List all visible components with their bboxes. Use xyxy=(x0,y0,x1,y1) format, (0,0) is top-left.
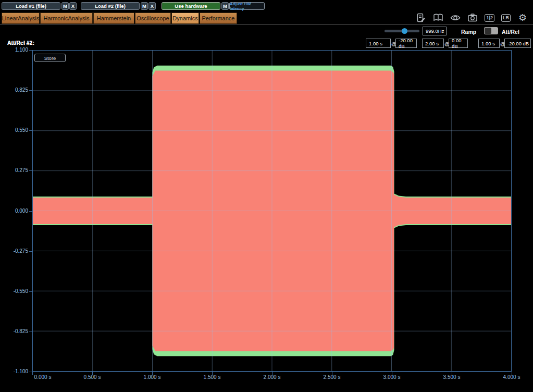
x-tick-mark xyxy=(92,372,93,375)
y-tick-label: 0.000 xyxy=(3,208,28,214)
y-tick-label: 0.825 xyxy=(3,87,28,93)
y-tick-label: 0.275 xyxy=(3,167,28,173)
x-tick-mark xyxy=(32,372,33,375)
hold-time-field[interactable]: 2.00 s xyxy=(422,39,444,48)
tab-performance[interactable]: Performance xyxy=(200,13,237,24)
release-time-field[interactable]: 1.00 s xyxy=(478,39,500,48)
x-tick-mark xyxy=(332,372,332,375)
waveform-plot xyxy=(32,50,512,372)
tab-bar: LinearAnalysis HarmonicAnalysis Hammerst… xyxy=(2,13,238,24)
x-tick-label: 0.500 s xyxy=(77,374,108,380)
ramp-label: Ramp xyxy=(461,29,476,35)
frequency-field[interactable]: 999.0Hz xyxy=(423,27,447,35)
tab-hammerstein[interactable]: Hammerstein xyxy=(93,13,134,24)
release-level-field[interactable]: -20.00 dB xyxy=(504,39,531,48)
store-button[interactable]: Store xyxy=(34,54,66,62)
x-tick-mark xyxy=(392,372,392,375)
x-tick-label: 2.000 s xyxy=(256,374,288,380)
waveform-svg xyxy=(33,51,511,371)
x-tick-mark xyxy=(272,372,272,375)
attrel-mode-label: Att/Rel xyxy=(502,29,519,35)
attrel-number-label-2: Att/Rel #2: xyxy=(7,40,34,46)
tab-harmonic-analysis[interactable]: HarmonicAnalysis xyxy=(40,13,93,24)
camera-icon[interactable] xyxy=(467,13,478,23)
y-tick-label: -0.550 xyxy=(3,288,28,294)
tab-divider xyxy=(0,24,533,24)
use-hardware-button[interactable]: Use hardware xyxy=(162,2,220,10)
x-tick-mark xyxy=(452,372,452,375)
eye-icon[interactable] xyxy=(450,13,461,23)
settings-gear-icon[interactable]: ⚙ xyxy=(517,13,528,23)
x-tick-mark xyxy=(152,372,153,375)
x-tick-label: 2.500 s xyxy=(316,374,348,380)
y-tick-label: 0.550 xyxy=(3,127,28,133)
toggle-knob xyxy=(485,28,491,34)
x-tick-label: 4.000 s xyxy=(496,374,527,380)
tab-oscilloscope[interactable]: Oscilloscope xyxy=(135,13,171,24)
clear-1-button[interactable]: X xyxy=(69,2,77,10)
mute-2-button[interactable]: M xyxy=(141,2,148,10)
x-tick-label: 1.500 s xyxy=(196,374,228,380)
channel-lr-icon[interactable]: LR xyxy=(501,14,511,22)
frequency-slider-thumb[interactable] xyxy=(402,28,407,34)
y-tick-label: 1.100 xyxy=(3,47,28,53)
y-tick-label: -0.275 xyxy=(3,248,28,254)
load-file-1-button[interactable]: Load #1 (file) xyxy=(2,2,60,10)
x-tick-label: 1.000 s xyxy=(137,374,168,380)
notes-edit-icon[interactable] xyxy=(416,13,426,23)
manual-book-icon[interactable] xyxy=(433,13,443,23)
y-tick-mark xyxy=(29,372,32,372)
tab-dynamics[interactable]: Dynamics xyxy=(171,13,199,24)
hold-level-field[interactable]: 0.00 dB xyxy=(449,39,468,48)
x-tick-mark xyxy=(212,372,213,375)
x-tick-label: 3.500 s xyxy=(436,374,467,380)
attack-level-field[interactable]: -20.00 dB xyxy=(395,39,417,48)
mute-1-button[interactable]: M xyxy=(61,2,69,10)
channel-12-icon[interactable]: 1|2 xyxy=(485,14,494,22)
ramp-attrel-toggle[interactable] xyxy=(484,27,498,34)
clear-2-button[interactable]: X xyxy=(148,2,156,10)
attack-time-field[interactable]: 1.00 s xyxy=(366,39,391,48)
y-tick-label: -1.100 xyxy=(3,369,28,374)
mute-hardware-button[interactable]: M xyxy=(221,2,229,10)
y-tick-label: -0.825 xyxy=(3,328,28,334)
x-tick-mark xyxy=(512,372,512,375)
tab-linear-analysis[interactable]: LinearAnalysis xyxy=(2,13,40,24)
load-file-2-button[interactable]: Load #2 (file) xyxy=(81,2,140,10)
x-tick-label: 3.000 s xyxy=(376,374,407,380)
chart-region: 1.1000.8250.5500.2750.000-0.275-0.550-0.… xyxy=(0,0,533,392)
frequency-slider[interactable] xyxy=(385,30,419,32)
adjust-hw-latency-button[interactable]: Adjust HW latency xyxy=(229,2,265,10)
toolbar-icons: 1|2 LR ⚙ xyxy=(416,12,528,23)
x-tick-label: 0.000 s xyxy=(27,374,58,380)
